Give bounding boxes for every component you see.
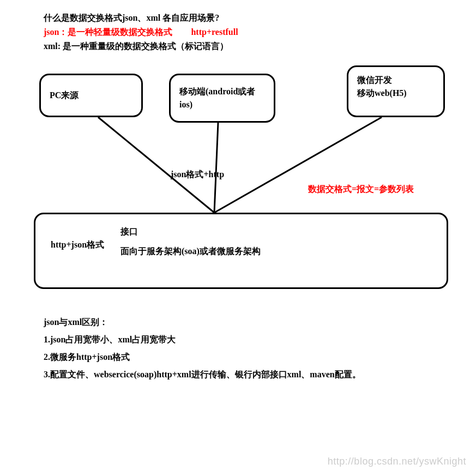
- box-pc: PC来源: [39, 74, 143, 117]
- json-desc-text: json：是一种轻量级数据交换格式: [44, 27, 172, 37]
- xml-desc: xml: 是一种重量级的数据交换格式（标记语言）: [44, 39, 228, 53]
- header-title: 什么是数据交换格式json、xml 各自应用场景?: [44, 11, 219, 25]
- diff-list: json与xml区别： 1.json占用宽带小、xml占用宽带大 2.微服务ht…: [44, 314, 361, 383]
- box-mobile-label: 移动端(android或者ios): [179, 85, 265, 111]
- diff-item1: 1.json占用宽带小、xml占用宽带大: [44, 331, 361, 348]
- box-mobile: 移动端(android或者ios): [169, 74, 275, 123]
- interface-left: http+json格式: [51, 225, 104, 251]
- interface-right-line1: 接口: [120, 225, 261, 238]
- svg-line-0: [98, 117, 214, 213]
- middle-label: json格式+http: [171, 167, 224, 182]
- diff-title: json与xml区别：: [44, 314, 361, 331]
- box-pc-label: PC来源: [50, 89, 79, 102]
- svg-line-2: [214, 117, 382, 213]
- json-proto: http+restfull: [191, 27, 238, 37]
- box-interface: http+json格式 接口 面向于服务架构(soa)或者微服务架构: [34, 213, 448, 289]
- red-note: 数据交格式=报文=参数列表: [308, 182, 414, 196]
- box-wechat: 微信开发 移动web(H5): [347, 65, 445, 117]
- interface-right-line2: 面向于服务架构(soa)或者微服务架构: [120, 245, 261, 258]
- diff-item3: 3.配置文件、websercice(soap)http+xml进行传输、银行内部…: [44, 366, 361, 383]
- diff-item2: 2.微服务http+json格式: [44, 348, 361, 366]
- box-wechat-line2: 移动web(H5): [357, 87, 435, 100]
- watermark: http://blog.csdn.net/yswKnight: [328, 456, 466, 467]
- box-wechat-line1: 微信开发: [357, 74, 435, 87]
- json-desc: json：是一种轻量级数据交换格式 http+restfull: [44, 25, 238, 39]
